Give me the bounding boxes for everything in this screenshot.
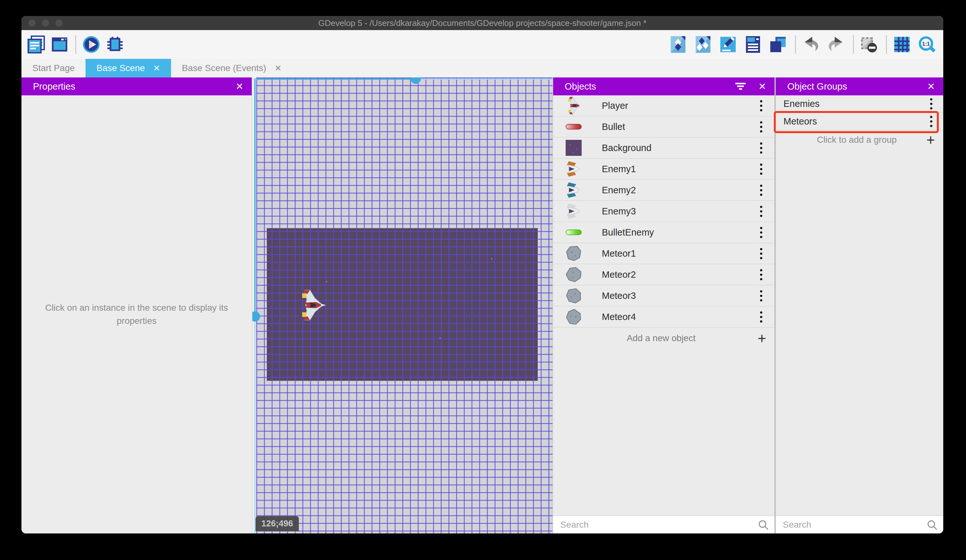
object-row-player[interactable]: Player (553, 95, 774, 116)
objects-list: PlayerBulletBackgroundEnemy1Enemy2Enemy3… (553, 95, 774, 327)
tab-label: Start Page (32, 63, 75, 73)
layers-icon[interactable] (769, 35, 787, 54)
tab-close-icon[interactable]: ✕ (153, 63, 160, 73)
object-row-meteor4[interactable]: Meteor4 (553, 306, 774, 327)
minimize-window-button[interactable] (42, 20, 49, 26)
group-row-enemies[interactable]: Enemies (776, 95, 943, 113)
tab-base-scene[interactable]: Base Scene✕ (85, 59, 171, 77)
object-menu-button[interactable] (755, 119, 767, 134)
object-row-background[interactable]: Background (553, 138, 774, 159)
play-icon[interactable] (82, 35, 100, 54)
object-menu-button[interactable] (755, 288, 767, 303)
add-group-row[interactable]: Click to add a group + (776, 131, 943, 149)
object-menu-button[interactable] (755, 203, 767, 219)
group-label: Enemies (784, 98, 820, 109)
player-ship-icon (565, 97, 583, 115)
object-row-meteor3[interactable]: Meteor3 (553, 285, 774, 306)
group-menu-button[interactable] (925, 114, 938, 129)
add-object-label: Add a new object (565, 333, 757, 343)
group-label: Meteors (784, 116, 817, 127)
objects-panel-icon[interactable] (669, 35, 687, 54)
tab-close-icon[interactable]: ✕ (274, 63, 281, 73)
object-label: Enemy3 (602, 206, 636, 217)
object-row-meteor2[interactable]: Meteor2 (553, 264, 774, 285)
object-menu-button[interactable] (755, 140, 767, 156)
undo-icon[interactable] (802, 35, 820, 54)
redo-icon[interactable] (827, 35, 845, 54)
object-menu-button[interactable] (755, 182, 767, 198)
groups-search-input[interactable] (777, 520, 927, 530)
close-icon[interactable]: ✕ (759, 81, 766, 92)
tab-base-scene-events-[interactable]: Base Scene (Events)✕ (171, 59, 292, 77)
close-icon[interactable]: ✕ (927, 81, 935, 92)
add-object-row[interactable]: Add a new object + (553, 327, 774, 349)
objects-panel: Objects ✕ PlayerBulletBackgroundEnemy1En… (552, 77, 774, 534)
selection-edge-top (256, 79, 416, 80)
objects-search-bar (553, 516, 774, 534)
window-title: GDevelop 5 - /Users/dkarakay/Documents/G… (319, 18, 647, 28)
filter-icon[interactable] (735, 82, 746, 90)
cursor-coordinates-badge: 126;496 (256, 516, 299, 531)
properties-panel-body: Click on an instance in the scene to dis… (21, 95, 252, 534)
object-menu-button[interactable] (755, 161, 767, 177)
enemy1-ship-icon (565, 160, 583, 178)
instances-list-icon[interactable] (744, 35, 762, 54)
red-bullet-icon (565, 118, 583, 136)
close-window-button[interactable] (28, 20, 36, 26)
tab-label: Base Scene (Events) (182, 63, 266, 73)
start-page-icon[interactable] (50, 35, 69, 54)
objects-search-input[interactable] (554, 520, 758, 530)
plus-icon[interactable]: + (926, 133, 935, 147)
object-label: Background (602, 143, 651, 153)
zoom-window-button[interactable] (56, 20, 62, 26)
traffic-lights (28, 20, 62, 26)
object-menu-button[interactable] (755, 309, 767, 324)
object-label: Meteor2 (602, 269, 636, 280)
group-menu-button[interactable] (925, 96, 938, 112)
selection-edge-top-light (416, 79, 552, 80)
groups-search-bar (776, 516, 943, 534)
object-row-bulletenemy[interactable]: BulletEnemy (553, 222, 774, 243)
object-label: Meteor4 (602, 312, 636, 322)
object-label: Meteor3 (602, 291, 636, 301)
object-row-enemy2[interactable]: Enemy2 (553, 180, 774, 201)
zoom-original-icon[interactable]: 1:1 (918, 35, 936, 54)
search-icon (758, 519, 769, 530)
object-menu-button[interactable] (755, 224, 767, 240)
tab-start-page[interactable]: Start Page (21, 59, 85, 77)
object-menu-button[interactable] (755, 267, 767, 282)
selection-edge-left-light (254, 316, 256, 534)
object-row-enemy3[interactable]: Enemy3 (553, 201, 774, 222)
project-manager-icon[interactable] (26, 35, 45, 54)
object-groups-panel-icon[interactable] (694, 35, 712, 54)
debug-icon[interactable] (106, 35, 124, 54)
object-row-meteor1[interactable]: Meteor1 (553, 243, 774, 264)
tab-label: Base Scene (96, 63, 145, 73)
object-menu-button[interactable] (755, 98, 767, 113)
object-groups-list: EnemiesMeteors (776, 95, 943, 131)
close-icon[interactable]: ✕ (236, 81, 243, 92)
toggle-grid-icon[interactable] (893, 35, 911, 54)
properties-panel-header: Properties ✕ (21, 77, 252, 95)
meteor1-icon (565, 244, 583, 262)
object-label: Meteor1 (602, 248, 636, 259)
title-bar: GDevelop 5 - /Users/dkarakay/Documents/G… (21, 16, 943, 30)
player-instance[interactable] (296, 290, 327, 321)
properties-panel-icon[interactable] (719, 35, 737, 54)
object-label: Enemy2 (602, 185, 636, 195)
enemy2-ship-icon (565, 181, 583, 199)
editor-content: Properties ✕ Click on an instance in the… (21, 77, 943, 534)
object-menu-button[interactable] (755, 246, 767, 261)
object-groups-panel-header: Object Groups ✕ (776, 77, 943, 95)
toggle-mask-icon[interactable] (860, 35, 878, 54)
object-row-bullet[interactable]: Bullet (553, 116, 774, 138)
scene-canvas[interactable]: 126;496 (252, 77, 552, 534)
tab-bar: Start PageBase Scene✕Base Scene (Events)… (21, 59, 943, 77)
background-tile-icon (565, 139, 583, 157)
object-row-enemy1[interactable]: Enemy1 (553, 159, 774, 180)
green-bullet-icon (565, 223, 583, 241)
plus-icon[interactable]: + (757, 331, 766, 345)
group-row-meteors[interactable]: Meteors (776, 113, 943, 131)
add-group-label: Click to add a group (787, 135, 926, 145)
object-label: Player (602, 100, 628, 111)
